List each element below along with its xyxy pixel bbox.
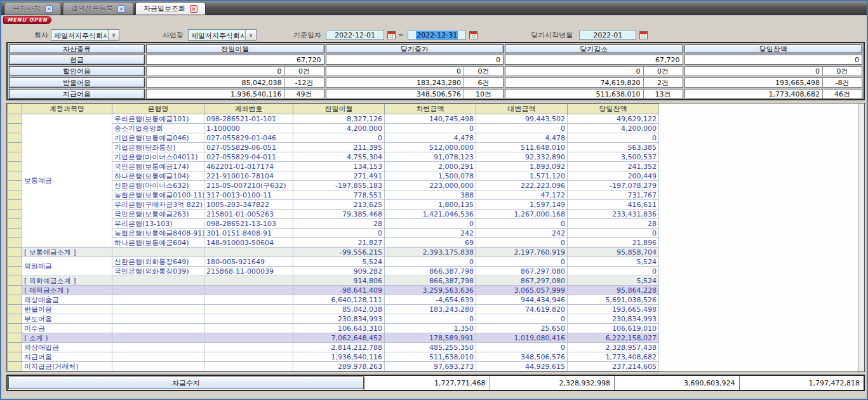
tab-close-icon[interactable]: × <box>190 5 197 13</box>
tab-inactive[interactable]: 공지사항× <box>4 2 61 15</box>
account-no-cell: 1005-203-347822 <box>204 200 293 210</box>
grid-header-cell[interactable]: 대변금액 <box>476 104 568 114</box>
account-no-cell <box>204 343 293 352</box>
row-selector[interactable] <box>8 133 22 143</box>
date-range-tilde: ~ <box>398 31 404 39</box>
summary-value-cell: 1,773,408,68246건 <box>684 89 863 99</box>
calendar-icon[interactable] <box>469 31 477 39</box>
bank-cell: 우리은행(구매자금3억 822) <box>112 200 204 210</box>
row-selector[interactable] <box>8 352 22 362</box>
row-selector[interactable] <box>8 248 22 257</box>
credit-cell: 1,267,000,168 <box>476 210 568 219</box>
tab-inactive[interactable]: 결의전표등록× <box>63 2 133 15</box>
grid-header-cell[interactable]: 차변금액 <box>385 104 476 114</box>
summary-row-label[interactable]: 할인어음 <box>9 66 145 76</box>
row-selector[interactable] <box>8 238 22 248</box>
summary-row-label[interactable]: 지급어음 <box>9 89 145 99</box>
credit-cell: 0 <box>476 124 568 133</box>
site-select[interactable]: 제일저지주식회사 ∨ <box>188 29 257 41</box>
balance-cell: 416,611 <box>568 200 659 210</box>
chevron-down-icon[interactable]: ∨ <box>245 30 256 40</box>
tab-active[interactable]: 자금일보조회× <box>135 2 206 15</box>
menu-open-button[interactable]: MENU OPEN <box>3 16 51 24</box>
summary-row-label[interactable]: 받을어음 <box>9 77 145 88</box>
row-selector[interactable] <box>8 152 22 162</box>
summary-count: 10건 <box>464 90 503 98</box>
grid-row: 외상매입금2,814,212,788485,255,35002,328,957,… <box>8 343 659 352</box>
debit-cell: 91,078,123 <box>385 152 476 162</box>
credit-cell: 47,172 <box>476 190 568 200</box>
account-no-cell: 148-910003-50604 <box>204 238 293 248</box>
row-selector[interactable] <box>8 124 22 133</box>
grid-header-cell[interactable]: 당일잔액 <box>568 104 659 114</box>
bank-cell <box>112 314 204 324</box>
row-selector[interactable] <box>8 210 22 219</box>
start-month-input[interactable]: 2022-01 <box>579 30 636 40</box>
prev-cell: -99,556,215 <box>293 248 385 257</box>
chevron-down-icon[interactable]: ∨ <box>108 30 119 40</box>
credit-cell: 242 <box>476 229 568 238</box>
bank-cell <box>112 248 204 257</box>
grid-header-cell[interactable]: 계정과목명 <box>22 104 112 114</box>
row-selector[interactable] <box>8 333 22 343</box>
calendar-icon[interactable] <box>639 31 648 39</box>
row-selector[interactable] <box>8 162 22 171</box>
date-to-input[interactable]: 2022-12-31 <box>408 30 466 40</box>
row-selector[interactable] <box>8 371 22 373</box>
bank-cell: 농협은행(보통예금8408-91) <box>112 229 204 238</box>
tab-close-icon[interactable]: × <box>117 5 125 13</box>
row-selector[interactable] <box>8 305 22 314</box>
grid-header-cell[interactable]: 은행명 <box>112 104 204 114</box>
cash-balance-value: 3,690,603,924 <box>614 376 739 390</box>
summary-row-label[interactable]: 현금 <box>9 55 145 65</box>
summary-header-cell[interactable]: 당기증가 <box>326 44 504 53</box>
prev-cell: 2,814,212,788 <box>293 343 385 352</box>
row-selector[interactable] <box>8 295 22 305</box>
summary-header-cell[interactable]: 자산종류 <box>9 44 145 53</box>
prev-cell: 4,200,000 <box>293 124 385 133</box>
row-selector[interactable] <box>8 181 22 190</box>
debit-cell: 97,693,273 <box>385 362 476 371</box>
company-select[interactable]: 제일저지주식회사 ∨ <box>51 29 119 41</box>
summary-header-cell[interactable]: 당기감소 <box>505 44 683 53</box>
balance-cell: 0 <box>568 133 659 143</box>
grid-row: 미수금106,643,3101,35025,650106,619,010 <box>8 324 659 333</box>
row-selector[interactable] <box>8 200 22 210</box>
row-selector[interactable] <box>8 324 22 333</box>
tab-label: 결의전표등록 <box>71 4 113 13</box>
row-selector[interactable] <box>8 257 22 267</box>
row-selector[interactable] <box>8 171 22 181</box>
row-selector[interactable] <box>8 314 22 324</box>
row-selector[interactable] <box>8 267 22 276</box>
account-cell: 지급어음 <box>22 352 112 362</box>
summary-value-cell: 00건 <box>326 66 504 76</box>
grid-row: 미지급금(거래처)289,978,26397,693,27344,929,615… <box>8 362 659 371</box>
tab-close-icon[interactable]: × <box>45 5 53 13</box>
row-selector[interactable] <box>8 276 22 286</box>
row-selector[interactable] <box>8 286 22 295</box>
credit-cell: 3,065,057,999 <box>476 286 568 295</box>
balance-cell: 28 <box>568 219 659 229</box>
balance-cell: 230,834,993 <box>568 314 659 324</box>
debit-cell: 2,000,291 <box>385 162 476 171</box>
row-selector[interactable] <box>8 229 22 238</box>
date-from-input[interactable]: 2022-12-01 <box>326 30 384 40</box>
row-selector[interactable] <box>8 362 22 371</box>
row-selector[interactable] <box>8 343 22 352</box>
row-selector[interactable] <box>8 190 22 200</box>
summary-header-cell[interactable]: 당일잔액 <box>684 44 863 53</box>
balance-cell: -197,078,279 <box>568 181 659 190</box>
account-no-cell <box>204 286 293 295</box>
account-no-cell: 098-286521-01-101 <box>204 114 293 124</box>
grid-header-cell[interactable]: 전일이월 <box>293 104 385 114</box>
site-select-value: 제일저지주식회사 <box>189 30 245 40</box>
grid-header-cell[interactable]: 계좌번호 <box>204 104 293 114</box>
summary-value-cell: 00건 <box>684 66 863 76</box>
vertical-scrollbar[interactable] <box>858 103 864 371</box>
summary-header-cell[interactable]: 전일이월 <box>146 44 324 53</box>
account-no-cell <box>204 276 293 286</box>
row-selector[interactable] <box>8 219 22 229</box>
row-selector[interactable] <box>8 143 22 152</box>
calendar-icon[interactable] <box>387 31 396 39</box>
row-selector[interactable] <box>8 114 22 124</box>
